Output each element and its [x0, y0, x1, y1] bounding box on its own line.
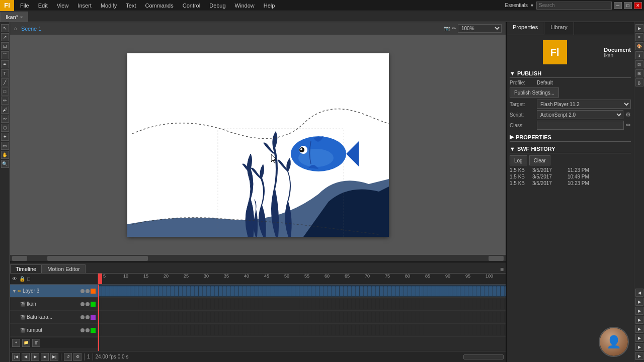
- step-forward-button[interactable]: ▶|: [50, 353, 58, 361]
- motion-presets-button[interactable]: ▶: [635, 24, 643, 32]
- menu-text[interactable]: Text: [122, 2, 140, 10]
- hscroll-right[interactable]: [489, 256, 504, 261]
- menu-commands[interactable]: Commands: [141, 2, 177, 10]
- stop-button[interactable]: ■: [41, 353, 49, 361]
- script-settings-icon[interactable]: ⚙: [625, 111, 631, 118]
- visibility-dot[interactable]: [80, 328, 85, 332]
- swf-section[interactable]: ▼ SWF HISTORY: [510, 145, 631, 153]
- subselect-tool[interactable]: ↗: [1, 33, 9, 41]
- tab-close-icon[interactable]: ×: [20, 15, 23, 20]
- go-to-start-button[interactable]: |◀: [12, 353, 20, 361]
- lasso-tool[interactable]: ⌒: [1, 51, 9, 59]
- collapse-right-button[interactable]: ◀: [635, 289, 643, 297]
- rect-tool[interactable]: □: [1, 87, 9, 96]
- expand-right3-button[interactable]: ▶: [635, 316, 643, 324]
- menu-view[interactable]: View: [53, 2, 73, 10]
- playhead-marker[interactable]: [98, 274, 102, 285]
- layer-row[interactable]: 🎬 Batu kara...: [10, 311, 98, 324]
- delete-layer-button[interactable]: 🗑: [32, 339, 40, 347]
- publish-settings-button[interactable]: Publish Settings...: [510, 87, 559, 98]
- brush-tool[interactable]: 🖌: [1, 106, 9, 114]
- frame-layer-row[interactable]: [98, 311, 506, 324]
- playhead[interactable]: [98, 285, 99, 351]
- expand-right-button[interactable]: ▶: [635, 298, 643, 306]
- target-select[interactable]: Flash Player 11.2 Flash Player 11.1 Flas…: [537, 100, 631, 109]
- lock-dot[interactable]: [86, 315, 90, 319]
- lock-dot[interactable]: [86, 328, 90, 332]
- step-back-button[interactable]: ◀: [22, 353, 30, 361]
- paint-tool[interactable]: ⬡: [1, 124, 9, 132]
- properties-section[interactable]: ▶ PROPERTIES: [510, 133, 631, 142]
- layer-row[interactable]: ▼ ✏ Layer 3: [10, 285, 98, 298]
- settings-button[interactable]: ⚙: [73, 353, 82, 361]
- lock-dot[interactable]: [86, 289, 90, 293]
- expand-icon[interactable]: ▼: [12, 289, 17, 294]
- menu-control[interactable]: Control: [179, 2, 204, 10]
- components-button[interactable]: ⊞: [635, 69, 643, 77]
- timeline-collapse-icon[interactable]: ≡: [500, 266, 504, 273]
- layer-row[interactable]: 🎬 rumput: [10, 324, 98, 337]
- frame-layer-row[interactable]: [98, 298, 506, 311]
- visibility-dot[interactable]: [80, 315, 85, 319]
- motion-editor-tab[interactable]: Motion Editor: [42, 264, 86, 273]
- frame-layer-row[interactable]: [98, 324, 506, 337]
- minimize-button[interactable]: ─: [614, 2, 622, 9]
- add-folder-button[interactable]: 📁: [22, 339, 30, 347]
- expand-right5-button[interactable]: ▶: [635, 334, 643, 342]
- script-select[interactable]: ActionScript 2.0 ActionScript 3.0: [537, 110, 623, 119]
- eyedropper-tool[interactable]: ✦: [1, 133, 9, 141]
- class-input[interactable]: [537, 121, 624, 130]
- hscroll-thumb[interactable]: [47, 256, 148, 261]
- horizontal-scrollbar[interactable]: [10, 254, 506, 261]
- publish-section[interactable]: ▼ PUBLISH: [510, 69, 631, 78]
- essentials-dropdown-icon[interactable]: ▼: [530, 3, 534, 8]
- menu-edit[interactable]: Edit: [34, 2, 52, 10]
- color-button[interactable]: 🎨: [635, 42, 643, 50]
- properties-tab[interactable]: Properties: [507, 22, 544, 35]
- hand-tool[interactable]: ✋: [1, 151, 9, 159]
- zoom-select[interactable]: 100% 50% 200% Fit in Window: [458, 24, 502, 33]
- menu-window[interactable]: Window: [231, 2, 259, 10]
- menu-insert[interactable]: Insert: [73, 2, 96, 10]
- layer-color-box[interactable]: [91, 328, 96, 333]
- eraser-tool[interactable]: ▭: [1, 142, 9, 150]
- scene-label[interactable]: Scene 1: [21, 26, 41, 32]
- text-tool[interactable]: T: [1, 69, 9, 77]
- close-button[interactable]: ✕: [634, 2, 642, 9]
- stage-canvas[interactable]: [127, 53, 389, 237]
- menu-modify[interactable]: Modify: [97, 2, 121, 10]
- menu-file[interactable]: File: [16, 2, 33, 10]
- expand-right2-button[interactable]: ▶: [635, 307, 643, 315]
- class-edit-icon[interactable]: ✏: [626, 122, 631, 129]
- code-snippets-button[interactable]: {}: [635, 78, 643, 86]
- transform-tool[interactable]: ⊡: [1, 42, 9, 50]
- layer-row[interactable]: 🎬 Ikan: [10, 298, 98, 311]
- hscroll-left[interactable]: [12, 256, 27, 261]
- layer-color-box[interactable]: [91, 315, 96, 320]
- search-input[interactable]: [536, 2, 612, 10]
- clear-button[interactable]: Clear: [529, 155, 550, 165]
- layer-color-box[interactable]: [91, 302, 96, 307]
- visibility-dot[interactable]: [80, 302, 85, 306]
- add-layer-button[interactable]: +: [12, 339, 20, 347]
- ink-tool[interactable]: ∾: [1, 115, 9, 123]
- play-button[interactable]: ▶: [31, 353, 39, 361]
- timeline-scroll[interactable]: [463, 354, 504, 359]
- menu-debug[interactable]: Debug: [205, 2, 229, 10]
- line-tool[interactable]: ╱: [1, 78, 9, 86]
- transform-panel-button[interactable]: ⊡: [635, 60, 643, 68]
- lock-icon[interactable]: 🔒: [19, 276, 25, 282]
- lock-dot[interactable]: [86, 302, 90, 306]
- log-button[interactable]: Log: [510, 155, 527, 165]
- loop-button[interactable]: ↺: [64, 353, 72, 361]
- outline-icon[interactable]: □: [27, 276, 30, 282]
- visibility-dot[interactable]: [80, 289, 85, 293]
- expand-right4-button[interactable]: ▶: [635, 325, 643, 333]
- align-button[interactable]: ≡: [635, 33, 643, 41]
- pen-tool[interactable]: ✒: [1, 60, 9, 68]
- layer-color-box[interactable]: [91, 289, 96, 294]
- eye-icon[interactable]: 👁: [12, 276, 17, 282]
- library-tab[interactable]: Library: [544, 22, 574, 35]
- maximize-button[interactable]: □: [624, 2, 632, 9]
- expand-right7-button[interactable]: ▶: [635, 352, 643, 360]
